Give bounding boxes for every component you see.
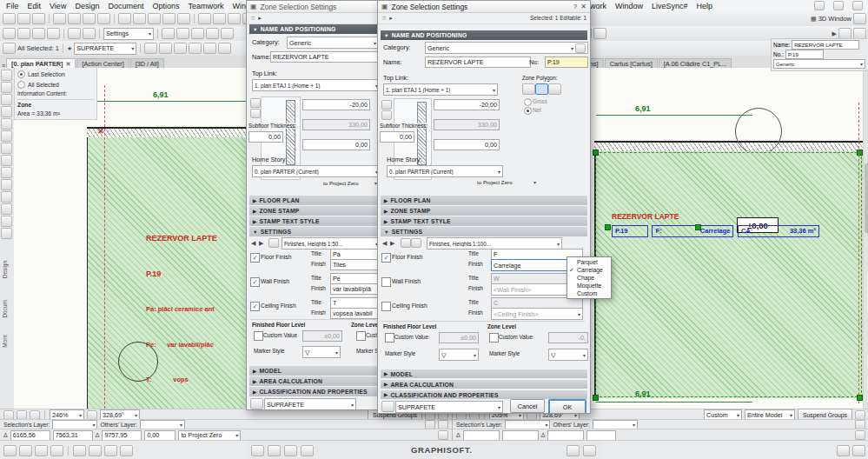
toolbar-icon[interactable]	[50, 445, 63, 456]
marker-style-dropdown[interactable]: ▽▾	[302, 346, 341, 358]
sidebar-vertical-label-more[interactable]: More	[2, 335, 8, 348]
subfloor-thickness-field[interactable]: 0,00	[380, 131, 414, 143]
tool-icon[interactable]	[1, 94, 12, 105]
page-icon[interactable]	[401, 238, 411, 248]
toolbar-icon[interactable]	[198, 13, 211, 24]
toolbar-icon[interactable]	[855, 430, 865, 440]
rotate-icon[interactable]	[87, 410, 97, 420]
toolbar-icon[interactable]	[120, 445, 133, 456]
top-link-dropdown[interactable]: 1. plan ETAJ 1 (Home + 1)▾	[383, 83, 498, 96]
menu-help[interactable]: Help	[697, 2, 713, 10]
ceiling-finish-field[interactable]: vopsea lavabil	[330, 308, 381, 319]
toolbar-icon[interactable]	[118, 13, 131, 24]
help-icon[interactable]: ?	[573, 3, 577, 10]
top-link-dropdown[interactable]: 1. plan ETAJ 1 (Home + 1)▾	[252, 79, 381, 91]
toolbar-icon[interactable]	[206, 28, 219, 39]
tool-icon[interactable]	[1, 82, 12, 93]
toolbar-icon[interactable]	[228, 13, 241, 24]
nav-back-icon[interactable]: ◀	[251, 240, 255, 246]
toolbar-icon[interactable]	[438, 430, 448, 440]
nav-back-icon[interactable]: ◀	[382, 240, 387, 246]
section-model[interactable]: ▶MODEL	[381, 369, 587, 378]
zone-number-field[interactable]: P.19	[545, 57, 588, 68]
radio-last-selection[interactable]	[17, 70, 25, 78]
play-icon[interactable]: ▶	[832, 30, 837, 37]
tool-icon[interactable]	[1, 155, 12, 166]
section-name-positioning[interactable]: ▼NAME AND POSITIONING	[381, 30, 587, 40]
taskbar-icon[interactable]	[567, 445, 580, 456]
toolbar-icon[interactable]	[144, 43, 157, 54]
taskbar-icon[interactable]	[583, 445, 596, 456]
settings-page-dropdown[interactable]: Finishes, Heights 1:50...▾	[282, 237, 381, 249]
toolbar-icon[interactable]	[203, 43, 216, 54]
zone-fill-selected[interactable]	[594, 151, 863, 398]
reference-level-dropdown[interactable]: to Project Zero▾	[321, 177, 379, 188]
settings-dropdown[interactable]: Settings▾	[103, 28, 154, 40]
tool-icon[interactable]	[1, 228, 12, 239]
menu-edit[interactable]: Edit	[28, 2, 42, 10]
fit-icon[interactable]	[30, 410, 40, 420]
gross-radio[interactable]	[524, 98, 532, 106]
zone-name-field[interactable]: REZERVOR LAPTE	[425, 57, 531, 68]
toolbar-icon[interactable]	[855, 410, 865, 420]
toolbar-icon[interactable]	[83, 28, 96, 39]
coord-z-field[interactable]	[586, 430, 616, 441]
marker-style-dropdown[interactable]: ▽▾	[439, 349, 479, 361]
coord-z-field[interactable]: 0,00	[144, 430, 176, 441]
menu-view[interactable]: View	[50, 2, 66, 10]
finish-option-moquette[interactable]: Moquette	[567, 282, 611, 289]
toolbar-icon[interactable]	[221, 28, 234, 39]
custom-value-checkbox[interactable]	[489, 333, 499, 343]
tool-icon[interactable]	[1, 143, 12, 154]
marker-style-dropdown[interactable]: ▽▾	[548, 349, 588, 361]
favorite-dropdown[interactable]: SUPRAFETE▾	[395, 401, 503, 413]
favorite-star-icon[interactable]: ★	[67, 45, 72, 51]
pan-icon[interactable]	[3, 410, 14, 420]
tool-icon[interactable]	[1, 167, 12, 178]
tool-icon[interactable]	[1, 216, 12, 227]
selection-handle[interactable]	[593, 150, 599, 156]
selection-handle[interactable]	[605, 224, 611, 230]
bottom-offset-field[interactable]: 0,00	[302, 139, 370, 150]
category-dropdown[interactable]: Generic▾	[287, 37, 379, 49]
finish-option-chape[interactable]: Chape	[567, 274, 611, 282]
coord-x-field[interactable]	[463, 430, 500, 441]
toolbar-icon[interactable]	[133, 13, 146, 24]
custom-value-checkbox[interactable]	[254, 331, 263, 341]
toolbar-icon[interactable]	[68, 28, 81, 39]
toolbar-icon[interactable]	[852, 445, 865, 456]
settings-page-dropdown[interactable]: Finishes, Heights 1:100...▾	[427, 237, 562, 249]
home-story-dropdown[interactable]: 0. plan PARTER (Current)▾	[252, 165, 381, 177]
ceiling-finish-dropdown[interactable]: <Ceiling Finish>▾	[491, 308, 583, 320]
zone-polygon-method-icon[interactable]	[548, 83, 561, 95]
zone-no-field[interactable]: P.19	[785, 50, 824, 59]
3d-window-label[interactable]: 3D Window	[818, 15, 851, 23]
scrollbar-thumb[interactable]	[865, 163, 868, 233]
finish-option-carrelage[interactable]: ✓Carrelage	[567, 266, 611, 274]
ok-button[interactable]: OK	[548, 399, 586, 414]
toolbar-icon[interactable]	[189, 43, 202, 54]
toolbar-icon[interactable]	[159, 43, 172, 54]
zone-stamp-right[interactable]: REZERVOR LAPTE P.19 F:Carrelage CA:33,36…	[612, 212, 819, 237]
menu-teamwork[interactable]: Teamwork	[188, 2, 223, 10]
dialog-titlebar[interactable]: ▣ Zone Selection Settings ? ✕	[378, 1, 590, 13]
menu-livesync[interactable]: LiveSync#	[652, 2, 688, 10]
folder-icon[interactable]	[250, 398, 263, 409]
coord-distance-field[interactable]	[547, 430, 584, 441]
toolbar-icon[interactable]	[174, 43, 187, 54]
zone-name-field[interactable]: REZERVOR LAPTE	[792, 40, 859, 50]
close-icon[interactable]: ✕	[580, 3, 586, 10]
tool-icon[interactable]	[1, 130, 12, 142]
section-floor-plan[interactable]: ▶FLOOR PLAN	[381, 196, 587, 205]
arrow-tool-icon[interactable]	[3, 43, 16, 54]
zone-stamp-left[interactable]: REZERVOR LAPTE P.19 Pa: plăci ceramice a…	[146, 210, 217, 409]
toolbar-icon[interactable]	[833, 1, 844, 10]
section-zone-stamp[interactable]: ▶ZONE STAMP	[381, 206, 587, 216]
gear-icon[interactable]	[411, 238, 421, 248]
stepper-down-icon[interactable]	[381, 110, 392, 120]
floor-finish-checkbox[interactable]: ✓	[381, 253, 391, 263]
zone-polygon-method-icon[interactable]	[522, 83, 535, 95]
menu-design[interactable]: Design	[75, 2, 99, 10]
bottom-offset-field[interactable]: 0,00	[434, 139, 500, 150]
favorite-star-icon[interactable]: ☆	[250, 15, 255, 21]
